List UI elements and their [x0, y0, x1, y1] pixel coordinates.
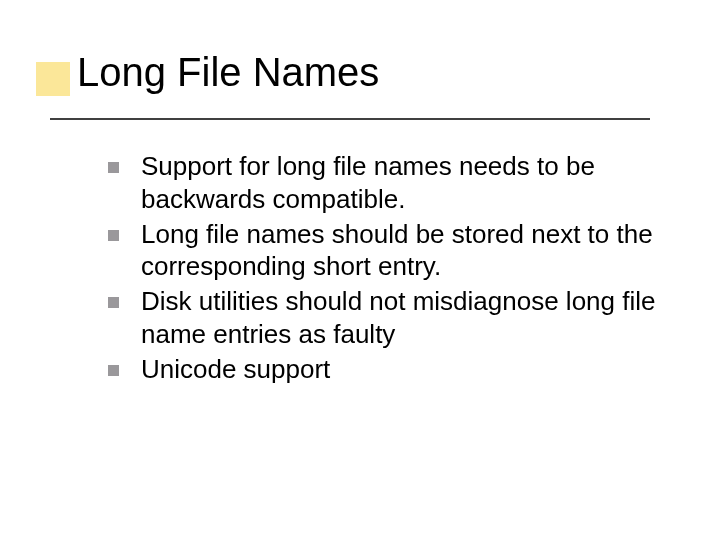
- bullet-text: Unicode support: [141, 353, 330, 386]
- list-item: Disk utilities should not misdiagnose lo…: [108, 285, 660, 351]
- title-region: Long File Names: [77, 50, 680, 104]
- list-item: Long file names should be stored next to…: [108, 218, 660, 284]
- slide: Long File Names Support for long file na…: [0, 0, 720, 540]
- square-bullet-icon: [108, 365, 119, 376]
- accent-square: [36, 62, 70, 96]
- bullet-text: Support for long file names needs to be …: [141, 150, 660, 216]
- list-item: Support for long file names needs to be …: [108, 150, 660, 216]
- square-bullet-icon: [108, 297, 119, 308]
- list-item: Unicode support: [108, 353, 660, 386]
- title-underline: [50, 118, 650, 120]
- square-bullet-icon: [108, 230, 119, 241]
- slide-body: Support for long file names needs to be …: [108, 150, 660, 387]
- bullet-text: Disk utilities should not misdiagnose lo…: [141, 285, 660, 351]
- square-bullet-icon: [108, 162, 119, 173]
- slide-title: Long File Names: [77, 50, 680, 94]
- bullet-text: Long file names should be stored next to…: [141, 218, 660, 284]
